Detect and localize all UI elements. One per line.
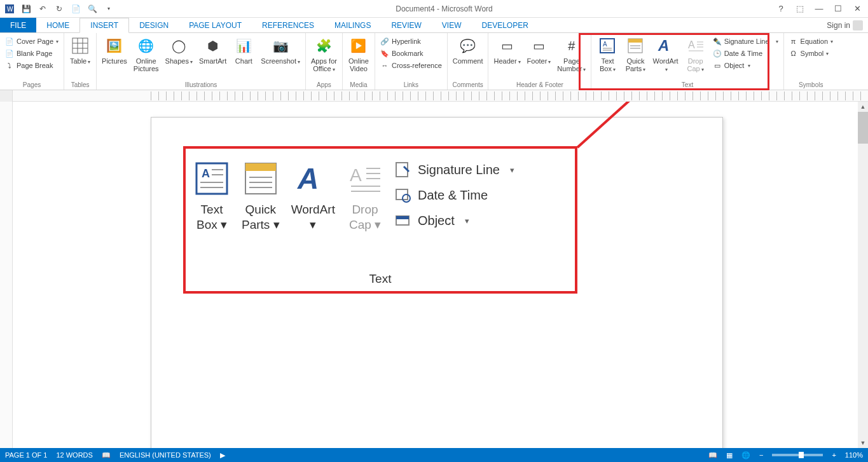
redo-icon[interactable]: ↻ bbox=[53, 3, 65, 15]
ribbon-tabs: FILE HOME INSERT DESIGN PAGE LAYOUT REFE… bbox=[0, 18, 868, 33]
callout-text-box-icon: A bbox=[193, 160, 230, 197]
scroll-up-icon[interactable]: ▲ bbox=[858, 102, 868, 112]
view-web-layout-icon[interactable]: 🌐 bbox=[741, 451, 750, 459]
status-language[interactable]: ENGLISH (UNITED STATES) bbox=[120, 451, 211, 459]
qat-dropdown-icon[interactable]: ▾ bbox=[103, 3, 114, 15]
links-group-label: Links bbox=[378, 81, 444, 90]
signature-line-button[interactable]: ✒️Signature Line ▾ bbox=[710, 36, 781, 47]
equation-icon: π bbox=[789, 37, 798, 46]
ruler-horizontal[interactable] bbox=[0, 90, 868, 102]
quick-parts-button[interactable]: Quick Parts bbox=[622, 34, 649, 74]
footer-button[interactable]: ▭Footer bbox=[525, 34, 554, 67]
chart-button[interactable]: 📊Chart bbox=[230, 34, 257, 66]
svg-rect-12 bbox=[628, 39, 642, 43]
word-icon[interactable]: W bbox=[4, 3, 15, 15]
date-time-button[interactable]: 🕒Date & Time bbox=[710, 48, 781, 59]
help-icon[interactable]: ? bbox=[775, 3, 787, 15]
callout-signature-icon bbox=[395, 161, 411, 178]
page-break-button[interactable]: ⤵Page Break bbox=[3, 60, 61, 71]
apps-for-office-button[interactable]: 🧩Apps for Office bbox=[308, 34, 340, 74]
blank-page-button[interactable]: 📄Blank Page bbox=[3, 48, 61, 59]
cover-page-button[interactable]: 📄Cover Page▾ bbox=[3, 36, 61, 47]
tab-review[interactable]: REVIEW bbox=[381, 18, 431, 32]
zoom-in-icon[interactable]: + bbox=[832, 451, 836, 459]
vertical-scrollbar[interactable]: ▲ ▼ bbox=[858, 102, 868, 448]
scroll-down-icon[interactable]: ▼ bbox=[858, 438, 868, 448]
tab-view[interactable]: VIEW bbox=[432, 18, 472, 32]
zoom-out-icon[interactable]: − bbox=[759, 451, 763, 459]
video-label: Online Video bbox=[348, 57, 369, 72]
tab-design[interactable]: DESIGN bbox=[129, 18, 179, 32]
zoom-slider[interactable] bbox=[772, 454, 823, 456]
symbol-button[interactable]: ΩSymbol ▾ bbox=[787, 48, 836, 59]
apps-icon: 🧩 bbox=[313, 36, 334, 56]
drop-cap-button[interactable]: ADrop Cap bbox=[682, 34, 709, 74]
callout-wordart-label: WordArt bbox=[291, 203, 335, 216]
text-box-button[interactable]: AText Box bbox=[594, 34, 621, 74]
tab-references[interactable]: REFERENCES bbox=[252, 18, 324, 32]
close-icon[interactable]: ✕ bbox=[851, 3, 863, 15]
table-button[interactable]: Table bbox=[67, 34, 93, 67]
text-group-label: Text bbox=[594, 81, 780, 90]
page-number-button[interactable]: #Page Number bbox=[555, 34, 588, 74]
tables-group-label: Tables bbox=[67, 81, 93, 90]
status-proofing-icon[interactable]: 📖 bbox=[102, 451, 111, 459]
sign-in[interactable]: Sign in bbox=[822, 18, 868, 32]
tab-mailings[interactable]: MAILINGS bbox=[324, 18, 381, 32]
tab-developer[interactable]: DEVELOPER bbox=[471, 18, 538, 32]
minimize-icon[interactable]: — bbox=[813, 3, 825, 15]
symbol-icon: Ω bbox=[789, 49, 798, 58]
svg-text:A: A bbox=[603, 41, 607, 48]
cross-reference-button[interactable]: ↔Cross-reference bbox=[378, 60, 444, 71]
scroll-thumb[interactable] bbox=[858, 112, 868, 144]
status-words[interactable]: 12 WORDS bbox=[56, 451, 92, 459]
header-button[interactable]: ▭Header bbox=[491, 34, 523, 67]
online-video-button[interactable]: ▶️Online Video bbox=[345, 34, 372, 74]
new-doc-icon[interactable]: 📄 bbox=[70, 3, 81, 15]
blank-page-label: Blank Page bbox=[17, 50, 52, 57]
comment-label: Comment bbox=[453, 57, 483, 65]
callout-object-label: Object bbox=[418, 214, 455, 228]
shapes-label: Shapes bbox=[165, 57, 189, 65]
status-macro-icon[interactable]: ▶ bbox=[220, 451, 225, 459]
zoom-slider-thumb[interactable] bbox=[799, 452, 804, 458]
view-read-mode-icon[interactable]: 📖 bbox=[708, 451, 717, 459]
comment-button[interactable]: 💬Comment bbox=[450, 34, 486, 66]
hyperlink-label: Hyperlink bbox=[392, 37, 421, 45]
callout-quick-parts-label: Quick Parts bbox=[242, 203, 276, 231]
ruler-scale bbox=[151, 92, 868, 100]
tab-page-layout[interactable]: PAGE LAYOUT bbox=[179, 18, 252, 32]
hyperlink-button[interactable]: 🔗Hyperlink bbox=[378, 36, 444, 47]
cover-page-label: Cover Page bbox=[17, 37, 53, 45]
smartart-button[interactable]: ⬢SmartArt bbox=[196, 34, 229, 66]
video-icon: ▶️ bbox=[348, 36, 369, 56]
undo-icon[interactable]: ↶ bbox=[37, 3, 48, 15]
hyperlink-icon: 🔗 bbox=[380, 37, 389, 46]
online-pictures-button[interactable]: 🌐Online Pictures bbox=[131, 34, 162, 74]
bookmark-button[interactable]: 🔖Bookmark bbox=[378, 48, 444, 59]
object-label: Object bbox=[724, 62, 745, 69]
shapes-button[interactable]: ◯Shapes bbox=[163, 34, 195, 67]
status-page[interactable]: PAGE 1 OF 1 bbox=[5, 451, 47, 459]
bookmark-label: Bookmark bbox=[392, 50, 424, 57]
maximize-icon[interactable]: ☐ bbox=[832, 3, 844, 15]
save-icon[interactable]: 💾 bbox=[20, 3, 32, 15]
equation-button[interactable]: πEquation ▾ bbox=[787, 36, 836, 47]
callout-date-time-label: Date & Time bbox=[418, 188, 488, 203]
callout-drop-cap-icon: A bbox=[347, 160, 383, 197]
pictures-button[interactable]: 🖼️Pictures bbox=[99, 34, 130, 66]
online-pictures-label: Online Pictures bbox=[134, 57, 159, 72]
wordart-button[interactable]: AWordArt bbox=[650, 34, 680, 74]
view-print-layout-icon[interactable]: ▦ bbox=[726, 451, 733, 459]
object-button[interactable]: ▭Object ▾ bbox=[710, 60, 781, 71]
ribbon: 📄Cover Page▾ 📄Blank Page ⤵Page Break Pag… bbox=[0, 33, 868, 90]
tab-insert[interactable]: INSERT bbox=[79, 18, 129, 33]
screenshot-button[interactable]: 📷Screenshot bbox=[258, 34, 303, 67]
tab-file[interactable]: FILE bbox=[0, 18, 36, 32]
preview-icon[interactable]: 🔍 bbox=[86, 3, 98, 15]
callout-wordart-icon: A bbox=[294, 160, 331, 197]
tab-home[interactable]: HOME bbox=[36, 18, 79, 32]
zoom-level[interactable]: 110% bbox=[845, 451, 863, 459]
ruler-vertical[interactable] bbox=[0, 102, 13, 448]
ribbon-display-icon[interactable]: ⬚ bbox=[794, 3, 806, 15]
